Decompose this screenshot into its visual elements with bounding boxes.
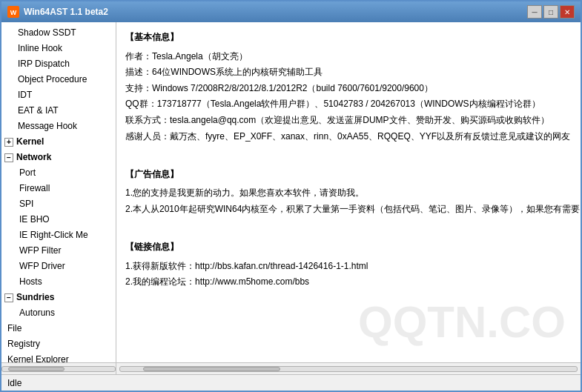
content-line-author: 作者：Tesla.Angela（胡文亮）	[125, 49, 572, 65]
content-line-support: 支持：Windows 7/2008R2/8/2012/8.1/2012R2（bu…	[125, 81, 572, 97]
sidebar-item-spi[interactable]: SPI	[13, 196, 116, 212]
network-expander: −	[4, 153, 13, 162]
horizontal-scrollbar-row	[1, 362, 581, 374]
sidebar-item-idt[interactable]: IDT	[1, 87, 116, 103]
sidebar-item-kernel-explorer[interactable]: Kernel Explorer	[1, 352, 116, 362]
sidebar-item-port[interactable]: Port	[13, 165, 116, 181]
sundries-expander: −	[4, 293, 13, 302]
kernel-label: Kernel	[16, 136, 44, 148]
kernel-expander: +	[4, 138, 13, 147]
sidebar: Shadow SSDT Inline Hook IRP Dispatch Obj…	[1, 22, 116, 362]
maximize-button[interactable]: □	[543, 5, 558, 19]
network-label: Network	[16, 151, 51, 164]
close-button[interactable]: ✕	[560, 5, 575, 19]
sidebar-item-eat-iat[interactable]: EAT & IAT	[1, 103, 116, 119]
content-line-thanks: 感谢人员：戴万杰、fyyre、EP_X0FF、xanax、rinn、0xAA55…	[125, 129, 572, 145]
sidebar-item-wfp-driver[interactable]: WFP Driver	[13, 259, 116, 274]
content-ad-line2: 2.本人从2010年起研究WIN64内核至今，积累了大量第一手资料（包括代码、笔…	[125, 202, 572, 218]
title-bar: W Win64AST 1.1 beta2 ─ □ ✕	[1, 1, 581, 22]
watermark: QQTN.CO	[358, 296, 566, 348]
sidebar-item-object-procedure[interactable]: Object Procedure	[1, 72, 116, 87]
content-text: 【基本信息】 作者：Tesla.Angela（胡文亮） 描述：64位WINDOW…	[125, 30, 572, 290]
minimize-button[interactable]: ─	[527, 5, 542, 19]
content-line-qq: QQ群：173718777（Tesla.Angela软件用户群）、5104278…	[125, 96, 572, 113]
sidebar-item-inline-hook[interactable]: Inline Hook	[1, 41, 116, 56]
sidebar-item-irp-dispatch[interactable]: IRP Dispatch	[1, 56, 116, 72]
sundries-label: Sundries	[16, 291, 54, 304]
section3-header: 【链接信息】	[125, 239, 572, 256]
sidebar-item-wfp-filter[interactable]: WFP Filter	[13, 243, 116, 259]
window-title: Win64AST 1.1 beta2	[24, 7, 527, 17]
sidebar-item-autoruns[interactable]: Autoruns	[13, 305, 116, 321]
sidebar-group-sundries[interactable]: − Sundries	[1, 290, 116, 305]
section1-header: 【基本信息】	[125, 30, 572, 46]
content-line-desc: 描述：64位WINDOWS系统上的内核研究辅助工具	[125, 64, 572, 81]
sidebar-item-message-hook[interactable]: Message Hook	[1, 119, 116, 134]
svg-text:W: W	[10, 9, 17, 16]
content-ad-line1: 1.您的支持是我更新的动力。如果您喜欢本软件，请资助我。	[125, 185, 572, 202]
content-link-line2: 2.我的编程论坛：http://www.m5home.com/bbs	[125, 274, 572, 290]
sidebar-item-file[interactable]: File	[1, 321, 116, 336]
sidebar-item-hosts[interactable]: Hosts	[13, 274, 116, 290]
section2-header: 【广告信息】	[125, 167, 572, 183]
content-line-contact: 联系方式：tesla.angela@qq.com（欢迎提出意见、发送蓝屏DUMP…	[125, 113, 572, 129]
main-window: W Win64AST 1.1 beta2 ─ □ ✕ Shadow SSDT I…	[0, 0, 582, 392]
content-link-line1: 1.获得新版软件：http://bbs.kafan.cn/thread-1426…	[125, 259, 572, 275]
sidebar-group-network[interactable]: − Network	[1, 150, 116, 165]
content-area[interactable]: QQTN.CO 【基本信息】 作者：Tesla.Angela（胡文亮） 描述：6…	[116, 22, 581, 362]
sidebar-hscroll[interactable]	[1, 363, 116, 374]
sidebar-group-kernel[interactable]: + Kernel	[1, 134, 116, 150]
status-bar: Idle	[1, 374, 581, 391]
app-icon: W	[7, 6, 19, 18]
status-text: Idle	[7, 378, 22, 388]
sidebar-item-ie-rightclick[interactable]: IE Right-Click Me	[13, 227, 116, 243]
window-controls: ─ □ ✕	[527, 5, 575, 19]
content-hscroll[interactable]	[116, 363, 581, 374]
sidebar-item-firewall[interactable]: Firewall	[13, 181, 116, 196]
main-content: Shadow SSDT Inline Hook IRP Dispatch Obj…	[1, 22, 581, 362]
sidebar-item-ie-bho[interactable]: IE BHO	[13, 212, 116, 227]
sidebar-item-registry[interactable]: Registry	[1, 336, 116, 352]
sidebar-item-shadow-ssdt[interactable]: Shadow SSDT	[1, 25, 116, 41]
